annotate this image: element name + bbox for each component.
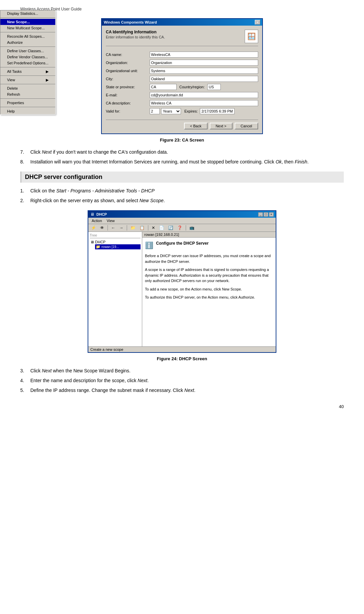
bottom-list-item-4: 4. Enter the name and description for th… [20, 377, 344, 384]
ca-list-section: 7. Click Next if you don't want to chang… [20, 149, 344, 165]
dhcp-configure-title: Configure the DHCP Server [156, 240, 209, 246]
page-number: 40 [20, 404, 344, 409]
list-text-8: Installation will warn you that Internet… [30, 158, 344, 165]
ca-dialog: Windows Components Wizard × CA Identifyi… [101, 18, 263, 134]
org-unit-label: Organizational unit: [106, 69, 150, 73]
dhcp-list-text-2: Right-click on the server entry as shown… [30, 197, 344, 204]
state-row: State or province: Country/region: [106, 84, 258, 90]
dhcp-menu-action[interactable]: Action [90, 218, 104, 223]
ca-header-text: CA Identifying Information Enter informa… [106, 30, 165, 39]
ca-cancel-button[interactable]: Cancel [235, 123, 258, 129]
dhcp-list-num-2: 2. [20, 197, 30, 204]
dhcp-toolbar-fwd-btn[interactable]: → [118, 225, 125, 231]
dhcp-toolbar-help-btn[interactable]: 📺 [188, 225, 196, 231]
org-row: Organization: [106, 60, 258, 66]
dhcp-tree-server-wrapper: 📁 rowan [19... [90, 244, 141, 249]
description-row: CA description: [106, 100, 258, 106]
bottom-list-num-3: 3. [20, 367, 30, 374]
org-input[interactable] [150, 60, 258, 66]
state-input[interactable] [150, 84, 177, 90]
dhcp-configure-text1: Before a DHCP server can issue IP addres… [145, 253, 273, 264]
dhcp-info-icon: ℹ️ [145, 240, 153, 250]
dhcp-maximize-btn[interactable]: □ [264, 212, 268, 217]
validfor-unit-select[interactable]: Years Months [161, 108, 181, 114]
dhcp-toolbar-refresh-btn[interactable]: 🔄 [167, 225, 175, 231]
ca-header-subtitle: Enter information to identify this CA. [106, 35, 165, 39]
expires-value: 2/17/2005 6:39 PM [200, 108, 235, 114]
ca-name-input[interactable] [150, 52, 258, 58]
expires-label: Expires: [184, 109, 198, 113]
dhcp-toolbar-sep2 [127, 225, 127, 231]
ca-dialog-title: Windows Components Wizard [104, 20, 157, 24]
figure-24-caption: Figure 24: DHCP Screen [20, 356, 344, 361]
dhcp-tree-item-dhcp[interactable]: 🖥 DHCP [90, 240, 141, 244]
country-label: Country/region: [179, 85, 205, 89]
dhcp-menu-view[interactable]: View [105, 218, 117, 223]
dhcp-toolbar-back-btn[interactable]: ← [110, 225, 117, 231]
ca-header-title: CA Identifying Information [106, 30, 165, 34]
dhcp-tree-item-server[interactable]: 📁 rowan [19... [95, 244, 141, 249]
dhcp-titlebar-left: 🖥 DHCP [90, 212, 107, 217]
bottom-list-item-3: 3. Click Next when the New Scope Wizard … [20, 367, 344, 374]
bottom-list-text-3: Click Next when the New Scope Wizard Beg… [30, 367, 344, 374]
list-item-8: 8. Installation will warn you that Inter… [20, 158, 344, 165]
bottom-list-item-5: 5. Define the IP address range. Change t… [20, 387, 344, 394]
dhcp-toolbar-view-btn[interactable]: 👁 [99, 225, 105, 231]
dhcp-tree-text: DHCP [95, 240, 105, 244]
dhcp-right-content: ℹ️ Configure the DHCP Server Before a DH… [142, 238, 276, 303]
ca-back-button[interactable]: < Back [184, 123, 208, 129]
bottom-list-num-4: 4. [20, 377, 30, 384]
dhcp-toolbar-export-btn[interactable]: ❓ [176, 225, 184, 231]
bottom-list-section: 3. Click Next when the New Scope Wizard … [20, 367, 344, 394]
dhcp-toolbar-delete-btn[interactable]: ✕ [150, 225, 156, 231]
dhcp-toolbar-action-btn[interactable]: ⚡ [90, 225, 97, 231]
dhcp-configure-header: ℹ️ Configure the DHCP Server [145, 240, 273, 250]
dhcp-titlebar-buttons: _ □ × [258, 212, 274, 217]
dhcp-close-btn[interactable]: × [269, 212, 274, 217]
ca-header-section: CA Identifying Information Enter informa… [106, 30, 258, 46]
ca-next-button[interactable]: Next > [210, 123, 233, 129]
email-input[interactable] [150, 92, 258, 98]
org-label: Organization: [106, 61, 150, 65]
dhcp-toolbar-sep4 [186, 225, 186, 231]
ca-name-row: CA name: [106, 52, 258, 58]
bottom-list-text-4: Enter the name and description for the s… [30, 377, 344, 384]
dhcp-configure-text4: To authorize this DHCP server, on the Ac… [145, 295, 273, 300]
list-num-7: 7. [20, 149, 30, 156]
dhcp-list-item-2: 2. Right-click on the server entry as sh… [20, 197, 344, 204]
dhcp-list-text-1: Click on the Start - Programs - Administ… [30, 187, 344, 194]
ca-dialog-close-btn[interactable]: × [255, 20, 260, 25]
dhcp-toolbar-sep3 [148, 225, 148, 231]
city-label: City: [106, 77, 150, 81]
state-label: State or province: [106, 85, 150, 89]
ca-dialog-titlebar: Windows Components Wizard × [102, 19, 262, 26]
dhcp-address-bar: rowan [192.168.0.21] [142, 232, 276, 238]
dhcp-tree-server-icon: 📁 [96, 245, 100, 249]
dhcp-app-icon: 🖥 [90, 212, 94, 217]
ca-logo: 🪟 [245, 30, 258, 43]
dhcp-menubar: Action View [88, 218, 276, 224]
dhcp-configure-text2: A scope is a range of IP addresses that … [145, 267, 273, 284]
org-unit-input[interactable] [150, 68, 258, 74]
validfor-num-input[interactable] [150, 108, 160, 114]
city-input[interactable] [150, 76, 258, 82]
dhcp-statusbar: Create a new scope [88, 346, 276, 352]
dhcp-minimize-btn[interactable]: _ [258, 212, 263, 217]
dhcp-dialog: 🖥 DHCP _ □ × Action View ⚡ 👁 ← → 📁 📋 [88, 210, 276, 353]
country-input[interactable] [207, 84, 221, 90]
page-header: Wireless Access Point User Guide [20, 7, 344, 11]
dhcp-toolbar-folder-btn[interactable]: 📋 [138, 225, 146, 231]
ca-name-label: CA name: [106, 53, 150, 57]
dhcp-dialog-wrapper: 🖥 DHCP _ □ × Action View ⚡ 👁 ← → 📁 📋 [20, 210, 344, 353]
dhcp-main-panel: rowan [192.168.0.21] ℹ️ Configure the DH… [142, 232, 276, 346]
description-input[interactable] [150, 100, 258, 106]
dhcp-toolbar: ⚡ 👁 ← → 📁 📋 ✕ 📄 🔄 ❓ 📺 [88, 224, 276, 232]
dhcp-list-num-1: 1. [20, 187, 30, 194]
dhcp-toolbar-prop-btn[interactable]: 📄 [158, 225, 165, 231]
email-label: E-mail: [106, 93, 150, 97]
ca-dialog-buttons: < Back Next > Cancel [106, 120, 258, 129]
list-num-8: 8. [20, 158, 30, 165]
dhcp-toolbar-up-btn[interactable]: 📁 [129, 225, 137, 231]
city-row: City: [106, 76, 258, 82]
list-text-7: Click Next if you don't want to change t… [30, 149, 344, 156]
